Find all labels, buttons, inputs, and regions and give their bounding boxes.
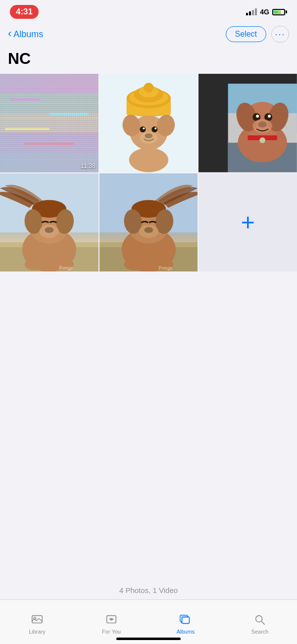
photo-cell-5[interactable]: Pomge — [99, 173, 198, 272]
svg-point-73 — [124, 259, 144, 270]
status-bar: 4:31 4G ⚡ — [0, 0, 297, 22]
svg-rect-0 — [0, 74, 99, 172]
back-button[interactable]: ‹ Albums — [8, 29, 43, 40]
photo-count-label: 4 Photos, 1 Video — [0, 586, 297, 594]
tab-library[interactable]: Library — [0, 613, 74, 635]
svg-rect-35 — [198, 74, 228, 172]
battery-icon: ⚡ — [272, 9, 287, 15]
svg-rect-1 — [0, 74, 99, 94]
svg-point-44 — [256, 114, 259, 117]
chevron-left-icon: ‹ — [8, 28, 11, 39]
album-title: NC — [8, 50, 289, 68]
dog-hat-image — [99, 74, 198, 172]
svg-rect-85 — [182, 617, 190, 623]
for-you-icon — [104, 613, 118, 627]
dog-wind1-svg: Pomge — [0, 173, 99, 272]
svg-rect-14 — [25, 143, 74, 145]
svg-rect-3 — [0, 113, 99, 133]
for-you-tab-label: For You — [102, 629, 121, 635]
add-photo-cell[interactable]: + — [198, 173, 297, 272]
svg-rect-12 — [49, 113, 88, 115]
select-button[interactable]: Select — [226, 26, 266, 42]
svg-point-72 — [139, 225, 158, 238]
svg-rect-36 — [198, 74, 297, 84]
svg-point-28 — [143, 127, 145, 129]
dog-car-image — [198, 74, 297, 172]
svg-text:Pomge: Pomge — [59, 265, 73, 270]
tab-for-you[interactable]: For You — [74, 613, 148, 635]
dog-wind2-svg: Pomge — [99, 173, 198, 272]
tab-albums[interactable]: Albums — [148, 613, 223, 635]
svg-point-26 — [140, 126, 146, 132]
svg-rect-13 — [5, 128, 49, 130]
more-button[interactable]: ··· — [271, 26, 289, 43]
albums-tab-label: Albums — [177, 629, 195, 635]
svg-point-32 — [129, 148, 168, 172]
svg-rect-11 — [10, 99, 40, 101]
svg-point-22 — [144, 83, 153, 93]
photo-cell-4[interactable]: Pomge — [0, 173, 99, 272]
back-label: Albums — [13, 29, 43, 40]
album-title-section: NC — [0, 48, 297, 74]
library-icon — [30, 613, 44, 627]
tab-search[interactable]: Search — [223, 613, 297, 635]
svg-point-29 — [154, 127, 156, 129]
dog-hat-svg — [99, 74, 198, 172]
svg-point-45 — [268, 114, 271, 117]
dog-car-svg — [198, 74, 297, 172]
photo-cell-3[interactable] — [198, 74, 297, 172]
photo-glitch-image — [0, 74, 99, 172]
svg-point-59 — [39, 225, 59, 238]
photo-cell-1[interactable]: 11:38 — [0, 74, 99, 172]
svg-point-49 — [260, 137, 266, 143]
library-tab-label: Library — [29, 629, 46, 635]
search-tab-label: Search — [251, 629, 269, 635]
svg-text:Pomge: Pomge — [158, 265, 172, 270]
add-icon: + — [241, 211, 255, 234]
glitch-svg — [0, 74, 99, 172]
svg-rect-2 — [0, 94, 99, 113]
photo-cell-2[interactable] — [99, 74, 198, 172]
dog-wind1-image: Pomge — [0, 173, 99, 272]
svg-point-31 — [140, 132, 157, 144]
dog-wind2-image: Pomge — [99, 173, 198, 272]
status-icons: 4G ⚡ — [246, 8, 287, 16]
photo-grid: 11:38 — [0, 74, 297, 271]
status-time: 4:31 — [10, 5, 39, 19]
nav-actions: Select ··· — [226, 26, 289, 43]
network-type: 4G — [260, 8, 269, 16]
svg-point-60 — [25, 259, 45, 270]
svg-point-79 — [110, 618, 112, 620]
photo-timestamp-1: 11:38 — [81, 162, 96, 169]
svg-rect-4 — [0, 133, 99, 153]
page: 4:31 4G ⚡ ‹ Albums Select ··· N — [0, 0, 297, 644]
svg-point-27 — [151, 126, 157, 132]
signal-bars-icon — [246, 8, 257, 15]
svg-line-88 — [261, 621, 264, 624]
albums-icon — [179, 613, 193, 627]
home-indicator — [116, 638, 181, 640]
search-icon — [253, 613, 267, 627]
nav-bar: ‹ Albums Select ··· — [0, 22, 297, 48]
